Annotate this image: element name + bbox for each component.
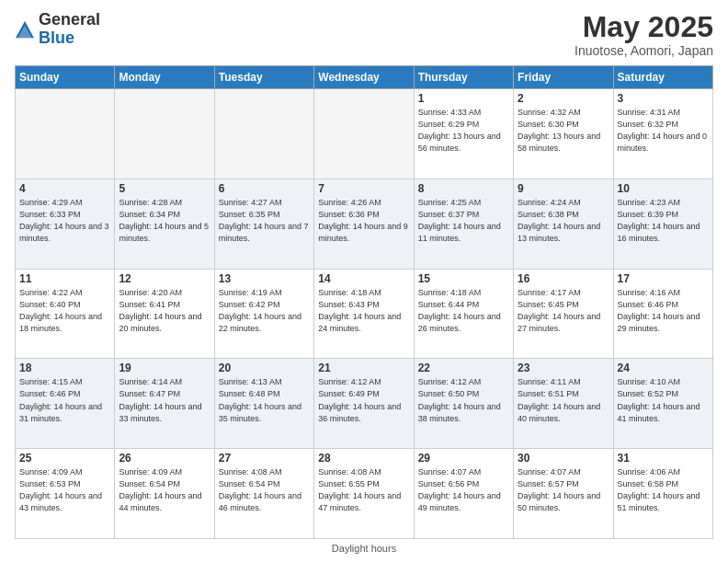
- day-cell-17: 17Sunrise: 4:16 AMSunset: 6:46 PMDayligh…: [613, 269, 712, 359]
- day-cell-14: 14Sunrise: 4:18 AMSunset: 6:43 PMDayligh…: [314, 269, 414, 359]
- day-number-26: 26: [119, 452, 210, 465]
- header-thursday: Thursday: [414, 66, 513, 89]
- day-info-29: Sunrise: 4:07 AMSunset: 6:56 PMDaylight:…: [418, 466, 509, 514]
- day-info-1: Sunrise: 4:33 AMSunset: 6:29 PMDaylight:…: [418, 107, 509, 155]
- day-number-22: 22: [418, 362, 509, 374]
- day-cell-5: 5Sunrise: 4:28 AMSunset: 6:34 PMDaylight…: [115, 178, 214, 269]
- empty-cell-0-3: [314, 89, 414, 179]
- day-number-13: 13: [219, 272, 310, 285]
- day-number-17: 17: [618, 272, 709, 285]
- logo-blue-text: Blue: [39, 29, 100, 48]
- day-number-25: 25: [19, 452, 110, 465]
- day-number-8: 8: [418, 182, 509, 195]
- day-info-21: Sunrise: 4:12 AMSunset: 6:49 PMDaylight:…: [318, 376, 409, 424]
- month-title: May 2025: [574, 11, 713, 43]
- day-info-23: Sunrise: 4:11 AMSunset: 6:51 PMDaylight:…: [518, 376, 609, 424]
- day-info-25: Sunrise: 4:09 AMSunset: 6:53 PMDaylight:…: [19, 466, 110, 514]
- day-number-21: 21: [318, 362, 409, 374]
- day-cell-16: 16Sunrise: 4:17 AMSunset: 6:45 PMDayligh…: [514, 269, 613, 359]
- day-number-10: 10: [618, 182, 709, 195]
- day-cell-31: 31Sunrise: 4:06 AMSunset: 6:58 PMDayligh…: [613, 449, 712, 539]
- day-cell-28: 28Sunrise: 4:08 AMSunset: 6:55 PMDayligh…: [314, 449, 414, 539]
- day-cell-7: 7Sunrise: 4:26 AMSunset: 6:36 PMDaylight…: [314, 178, 414, 269]
- day-info-10: Sunrise: 4:23 AMSunset: 6:39 PMDaylight:…: [618, 197, 709, 245]
- day-number-6: 6: [219, 182, 310, 195]
- day-number-18: 18: [19, 362, 110, 374]
- day-info-14: Sunrise: 4:18 AMSunset: 6:43 PMDaylight:…: [318, 287, 409, 335]
- empty-cell-0-1: [115, 89, 214, 179]
- day-cell-30: 30Sunrise: 4:07 AMSunset: 6:57 PMDayligh…: [514, 449, 613, 539]
- day-number-12: 12: [119, 272, 210, 285]
- day-cell-21: 21Sunrise: 4:12 AMSunset: 6:49 PMDayligh…: [314, 359, 414, 449]
- logo-icon: [15, 20, 35, 40]
- day-cell-18: 18Sunrise: 4:15 AMSunset: 6:46 PMDayligh…: [16, 359, 115, 449]
- day-info-16: Sunrise: 4:17 AMSunset: 6:45 PMDaylight:…: [518, 287, 609, 335]
- day-cell-4: 4Sunrise: 4:29 AMSunset: 6:33 PMDaylight…: [16, 178, 115, 269]
- day-info-30: Sunrise: 4:07 AMSunset: 6:57 PMDaylight:…: [518, 466, 609, 514]
- day-info-7: Sunrise: 4:26 AMSunset: 6:36 PMDaylight:…: [318, 197, 409, 245]
- day-info-26: Sunrise: 4:09 AMSunset: 6:54 PMDaylight:…: [119, 466, 210, 514]
- day-number-11: 11: [19, 272, 110, 285]
- day-info-28: Sunrise: 4:08 AMSunset: 6:55 PMDaylight:…: [318, 466, 409, 514]
- day-info-20: Sunrise: 4:13 AMSunset: 6:48 PMDaylight:…: [219, 376, 310, 424]
- day-number-20: 20: [219, 362, 310, 374]
- empty-cell-0-0: [16, 89, 115, 179]
- header-sunday: Sunday: [16, 66, 115, 89]
- day-info-3: Sunrise: 4:31 AMSunset: 6:32 PMDaylight:…: [618, 107, 709, 155]
- day-cell-26: 26Sunrise: 4:09 AMSunset: 6:54 PMDayligh…: [115, 449, 214, 539]
- day-number-1: 1: [418, 92, 509, 105]
- day-number-7: 7: [318, 182, 409, 195]
- empty-cell-0-2: [214, 89, 313, 179]
- day-number-4: 4: [19, 182, 110, 195]
- day-cell-3: 3Sunrise: 4:31 AMSunset: 6:32 PMDaylight…: [613, 89, 712, 179]
- location: Inuotose, Aomori, Japan: [574, 43, 713, 58]
- day-cell-15: 15Sunrise: 4:18 AMSunset: 6:44 PMDayligh…: [414, 269, 513, 359]
- header-monday: Monday: [115, 66, 214, 89]
- day-cell-12: 12Sunrise: 4:20 AMSunset: 6:41 PMDayligh…: [115, 269, 214, 359]
- day-number-30: 30: [518, 452, 609, 465]
- day-info-6: Sunrise: 4:27 AMSunset: 6:35 PMDaylight:…: [219, 197, 310, 245]
- week-row-5: 25Sunrise: 4:09 AMSunset: 6:53 PMDayligh…: [16, 449, 713, 539]
- day-cell-9: 9Sunrise: 4:24 AMSunset: 6:38 PMDaylight…: [514, 178, 613, 269]
- day-cell-1: 1Sunrise: 4:33 AMSunset: 6:29 PMDaylight…: [414, 89, 513, 179]
- week-row-1: 1Sunrise: 4:33 AMSunset: 6:29 PMDaylight…: [16, 89, 713, 179]
- day-cell-27: 27Sunrise: 4:08 AMSunset: 6:54 PMDayligh…: [214, 449, 313, 539]
- logo-general-text: General: [39, 11, 100, 29]
- day-info-9: Sunrise: 4:24 AMSunset: 6:38 PMDaylight:…: [518, 197, 609, 245]
- title-block: May 2025 Inuotose, Aomori, Japan: [574, 11, 713, 58]
- week-row-4: 18Sunrise: 4:15 AMSunset: 6:46 PMDayligh…: [16, 359, 713, 449]
- header: General Blue May 2025 Inuotose, Aomori, …: [15, 11, 713, 58]
- day-info-8: Sunrise: 4:25 AMSunset: 6:37 PMDaylight:…: [418, 197, 509, 245]
- day-number-27: 27: [219, 452, 310, 465]
- day-info-2: Sunrise: 4:32 AMSunset: 6:30 PMDaylight:…: [518, 107, 609, 155]
- footer-note: Daylight hours: [15, 543, 713, 554]
- day-info-19: Sunrise: 4:14 AMSunset: 6:47 PMDaylight:…: [119, 376, 210, 424]
- day-cell-25: 25Sunrise: 4:09 AMSunset: 6:53 PMDayligh…: [16, 449, 115, 539]
- logo: General Blue: [15, 11, 100, 48]
- header-friday: Friday: [514, 66, 613, 89]
- day-info-4: Sunrise: 4:29 AMSunset: 6:33 PMDaylight:…: [19, 197, 110, 245]
- header-tuesday: Tuesday: [214, 66, 313, 89]
- day-cell-2: 2Sunrise: 4:32 AMSunset: 6:30 PMDaylight…: [514, 89, 613, 179]
- day-number-24: 24: [618, 362, 709, 374]
- header-wednesday: Wednesday: [314, 66, 414, 89]
- day-number-28: 28: [318, 452, 409, 465]
- day-info-24: Sunrise: 4:10 AMSunset: 6:52 PMDaylight:…: [618, 376, 709, 424]
- day-cell-10: 10Sunrise: 4:23 AMSunset: 6:39 PMDayligh…: [613, 178, 712, 269]
- day-info-27: Sunrise: 4:08 AMSunset: 6:54 PMDaylight:…: [219, 466, 310, 514]
- day-cell-13: 13Sunrise: 4:19 AMSunset: 6:42 PMDayligh…: [214, 269, 313, 359]
- day-cell-24: 24Sunrise: 4:10 AMSunset: 6:52 PMDayligh…: [613, 359, 712, 449]
- day-cell-19: 19Sunrise: 4:14 AMSunset: 6:47 PMDayligh…: [115, 359, 214, 449]
- day-cell-11: 11Sunrise: 4:22 AMSunset: 6:40 PMDayligh…: [16, 269, 115, 359]
- day-number-2: 2: [518, 92, 609, 105]
- day-cell-22: 22Sunrise: 4:12 AMSunset: 6:50 PMDayligh…: [414, 359, 513, 449]
- day-number-3: 3: [618, 92, 709, 105]
- day-info-13: Sunrise: 4:19 AMSunset: 6:42 PMDaylight:…: [219, 287, 310, 335]
- day-info-12: Sunrise: 4:20 AMSunset: 6:41 PMDaylight:…: [119, 287, 210, 335]
- day-number-16: 16: [518, 272, 609, 285]
- day-cell-20: 20Sunrise: 4:13 AMSunset: 6:48 PMDayligh…: [214, 359, 313, 449]
- day-info-18: Sunrise: 4:15 AMSunset: 6:46 PMDaylight:…: [19, 376, 110, 424]
- day-info-22: Sunrise: 4:12 AMSunset: 6:50 PMDaylight:…: [418, 376, 509, 424]
- calendar-header-row: SundayMondayTuesdayWednesdayThursdayFrid…: [16, 66, 713, 89]
- header-saturday: Saturday: [613, 66, 712, 89]
